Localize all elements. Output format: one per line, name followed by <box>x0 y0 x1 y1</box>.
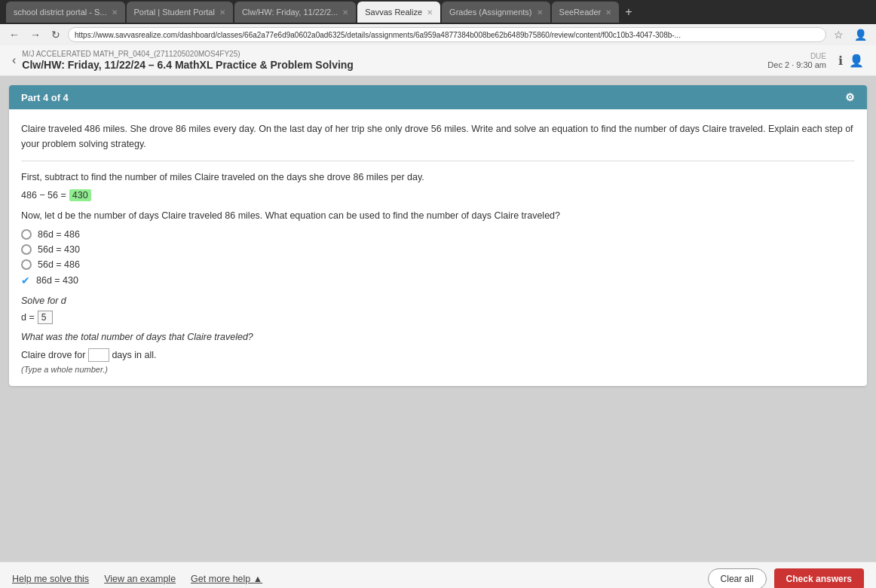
fill-blank-after: days in all. <box>112 350 156 360</box>
tab-grades[interactable]: Grades (Assignments) ✕ <box>442 2 550 23</box>
tab-label: Savvas Realize <box>365 8 422 17</box>
url-text: https://www.savvasrealize.com/dashboard/… <box>75 31 681 39</box>
page-header: ‹ M/J ACCELERATED MATH_PR_0404_(27112050… <box>0 45 876 76</box>
url-bar[interactable]: https://www.savvasrealize.com/dashboard/… <box>68 27 826 42</box>
divider <box>21 161 855 161</box>
info-icon[interactable]: ℹ <box>838 54 843 68</box>
equation1: 486 − 56 = 430 <box>21 189 855 201</box>
breadcrumb: M/J ACCELERATED MATH_PR_0404_(2711205020… <box>22 50 761 58</box>
due-section: DUE Dec 2 · 9:30 am <box>767 52 826 69</box>
step2-text: Now, let d be the number of days Claire … <box>21 209 855 223</box>
tab-student-portal[interactable]: Portal | Student Portal ✕ <box>127 2 233 23</box>
page-title: Clw/HW: Friday, 11/22/24 – 6.4 MathXL Pr… <box>22 59 761 71</box>
tab-label: Clw/HW: Friday, 11/22/2... <box>242 8 338 17</box>
action-buttons: Clear all Check answers <box>708 568 864 588</box>
back-arrow-button[interactable]: ‹ <box>12 54 16 67</box>
tab-label: SeeReader <box>559 8 602 17</box>
type-hint: (Type a whole number.) <box>21 365 855 374</box>
solve-section: Solve for d d = 5 <box>21 296 855 324</box>
bottom-toolbar: Help me solve this View an example Get m… <box>0 562 876 588</box>
option-3-label: 56d = 486 <box>38 259 80 270</box>
check-mark-icon: ✔ <box>21 274 30 286</box>
radio-circle-1[interactable] <box>21 229 32 240</box>
back-browser-button[interactable]: ← <box>6 27 23 42</box>
option-4[interactable]: ✔ 86d = 430 <box>21 274 855 286</box>
step1-text: First, subtract to find the number of mi… <box>21 170 855 185</box>
tab-close-icon[interactable]: ✕ <box>112 8 118 17</box>
d-equals-text: d = <box>21 312 35 323</box>
question-total-text: What was the total number of days that C… <box>21 332 855 342</box>
radio-circle-2[interactable] <box>21 244 32 255</box>
part-label: Part 4 of 4 <box>21 92 69 103</box>
main-content: Part 4 of 4 ⚙ Claire traveled 486 miles.… <box>0 76 876 562</box>
new-tab-icon[interactable]: + <box>620 5 636 19</box>
tab-close-icon[interactable]: ✕ <box>537 8 543 17</box>
fill-blank-input[interactable] <box>88 348 109 362</box>
tab-savvas-realize[interactable]: Savvas Realize ✕ <box>357 2 440 23</box>
due-label: DUE <box>767 52 826 60</box>
option-2-label: 56d = 430 <box>38 244 80 255</box>
help-buttons: Help me solve this View an example Get m… <box>12 574 262 584</box>
d-value: 5 <box>38 311 53 324</box>
radio-options: 86d = 486 56d = 430 56d = 486 ✔ 86d = 43… <box>21 229 855 286</box>
card-body: Claire traveled 486 miles. She drove 86 … <box>9 109 867 386</box>
bookmark-button[interactable]: ☆ <box>831 27 847 42</box>
tab-close-icon[interactable]: ✕ <box>605 8 611 17</box>
check-answers-button[interactable]: Check answers <box>774 568 864 588</box>
browser-nav-bar: ← → ↻ https://www.savvasrealize.com/dash… <box>0 24 876 45</box>
equation1-left: 486 − 56 = <box>21 190 66 201</box>
fill-blank-line: Claire drove for days in all. <box>21 347 855 364</box>
d-equals-line: d = 5 <box>21 311 855 324</box>
card-header: Part 4 of 4 ⚙ <box>9 85 867 109</box>
get-more-help-button[interactable]: Get more help ▲ <box>191 574 262 584</box>
option-4-label: 86d = 430 <box>36 275 78 286</box>
user-icon[interactable]: 👤 <box>849 54 864 68</box>
option-2[interactable]: 56d = 430 <box>21 244 855 255</box>
view-example-button[interactable]: View an example <box>104 574 176 584</box>
problem-text: Claire traveled 486 miles. She drove 86 … <box>21 121 855 152</box>
settings-icon[interactable]: ⚙ <box>845 91 855 103</box>
option-1-label: 86d = 486 <box>38 229 80 240</box>
option-1[interactable]: 86d = 486 <box>21 229 855 240</box>
option-3[interactable]: 56d = 486 <box>21 259 855 270</box>
forward-browser-button[interactable]: → <box>27 27 44 42</box>
refresh-browser-button[interactable]: ↻ <box>48 27 63 42</box>
profile-button[interactable]: 👤 <box>851 27 870 42</box>
tab-close-icon[interactable]: ✕ <box>219 8 225 17</box>
tab-close-icon[interactable]: ✕ <box>342 8 348 17</box>
tab-seereader[interactable]: SeeReader ✕ <box>552 2 620 23</box>
help-me-solve-button[interactable]: Help me solve this <box>12 574 89 584</box>
tab-label: school district portal - S... <box>14 8 107 17</box>
fill-blank-before: Claire drove for <box>21 350 85 360</box>
due-date: Dec 2 · 9:30 am <box>767 60 826 69</box>
clear-all-button[interactable]: Clear all <box>708 568 767 588</box>
radio-circle-3[interactable] <box>21 259 32 270</box>
solve-label: Solve for d <box>21 296 855 306</box>
content-card: Part 4 of 4 ⚙ Claire traveled 486 miles.… <box>9 85 867 386</box>
tab-close-icon[interactable]: ✕ <box>427 8 433 17</box>
tab-clw-hw[interactable]: Clw/HW: Friday, 11/22/2... ✕ <box>234 2 356 23</box>
equation1-answer: 430 <box>69 189 91 201</box>
tab-school-portal[interactable]: school district portal - S... ✕ <box>6 2 125 23</box>
browser-tabs: school district portal - S... ✕ Portal |… <box>0 0 876 24</box>
tab-label: Portal | Student Portal <box>134 8 215 17</box>
tab-label: Grades (Assignments) <box>449 8 531 17</box>
